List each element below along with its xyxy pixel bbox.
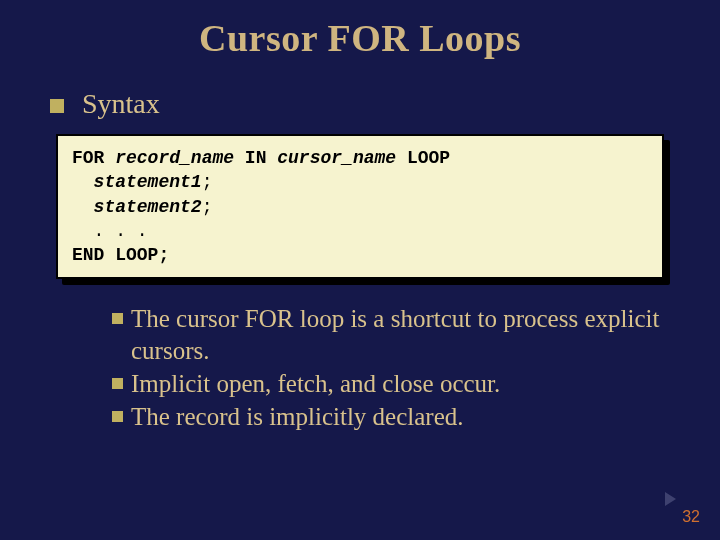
list-item: The record is implicitly declared. xyxy=(112,401,660,432)
page-number: 32 xyxy=(682,508,700,526)
code-ident: record_name xyxy=(115,148,234,168)
slide: Cursor FOR Loops Syntax FOR record_name … xyxy=(0,0,720,432)
square-bullet-icon xyxy=(112,378,123,389)
code-ident: cursor_name xyxy=(277,148,396,168)
code-kw: LOOP xyxy=(396,148,450,168)
code-ellipsis: . . . xyxy=(72,221,148,241)
square-bullet-icon xyxy=(112,411,123,422)
page-title: Cursor FOR Loops xyxy=(40,16,680,60)
square-bullet-icon xyxy=(112,313,123,324)
code-block: FOR record_name IN cursor_name LOOP stat… xyxy=(56,134,664,279)
code-box: FOR record_name IN cursor_name LOOP stat… xyxy=(56,134,664,279)
code-kw: END LOOP; xyxy=(72,245,169,265)
list-item: The cursor FOR loop is a shortcut to pro… xyxy=(112,303,660,366)
code-kw: FOR xyxy=(72,148,115,168)
code-punct: ; xyxy=(202,172,213,192)
code-ident: statement1 xyxy=(94,172,202,192)
bullet-list: The cursor FOR loop is a shortcut to pro… xyxy=(112,303,660,432)
section-row: Syntax xyxy=(50,88,680,120)
square-bullet-icon xyxy=(50,99,64,113)
section-label: Syntax xyxy=(82,88,160,120)
next-arrow-icon[interactable] xyxy=(665,492,676,506)
code-punct: ; xyxy=(202,197,213,217)
code-kw: IN xyxy=(234,148,277,168)
list-item: Implicit open, fetch, and close occur. xyxy=(112,368,660,399)
list-item-text: Implicit open, fetch, and close occur. xyxy=(131,368,500,399)
list-item-text: The cursor FOR loop is a shortcut to pro… xyxy=(131,303,660,366)
list-item-text: The record is implicitly declared. xyxy=(131,401,464,432)
code-ident: statement2 xyxy=(94,197,202,217)
